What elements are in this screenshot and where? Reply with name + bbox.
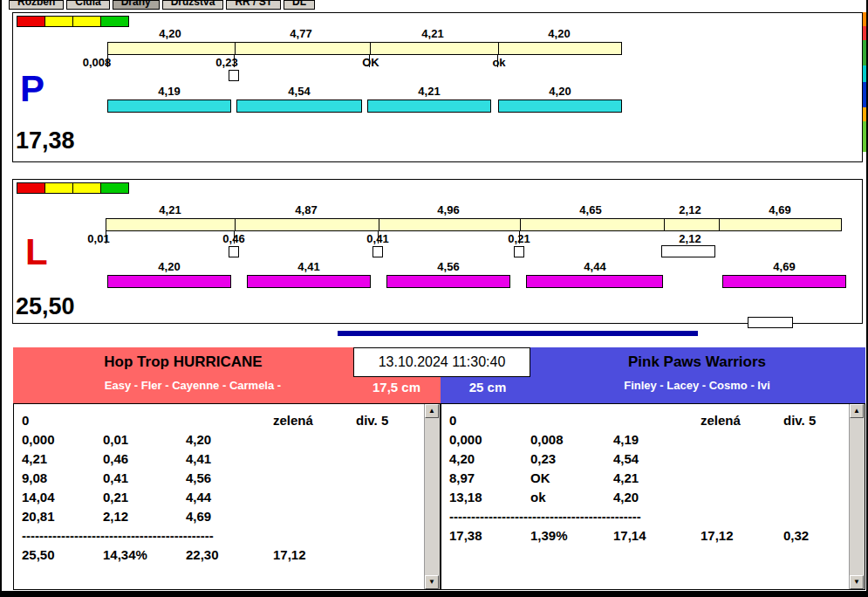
separator-line: ----------------------------------------… bbox=[22, 526, 214, 546]
light-yellow-icon bbox=[72, 182, 101, 194]
status-lights bbox=[17, 182, 128, 194]
exchange-checkbox[interactable] bbox=[229, 246, 239, 257]
tab-cidla[interactable]: Čidla bbox=[66, 0, 109, 10]
cell: 4,21 bbox=[22, 449, 47, 469]
light-yellow-icon bbox=[44, 182, 73, 194]
lane-letter: L bbox=[25, 234, 48, 271]
cell: 4,21 bbox=[613, 469, 639, 488]
exchange-checkbox[interactable] bbox=[372, 246, 383, 257]
cell: 4,56 bbox=[186, 469, 211, 488]
tab-druzstva[interactable]: Družstva bbox=[162, 0, 224, 10]
dog-time-label: 4,56 bbox=[422, 260, 475, 273]
change-value-label: 0,008 bbox=[71, 56, 123, 69]
exchange-checkbox[interactable] bbox=[514, 246, 524, 257]
separator-row: ----------------------------------------… bbox=[449, 507, 845, 526]
jump-height: 25 cm bbox=[448, 380, 528, 395]
dog-time-bar bbox=[247, 275, 371, 288]
segment-divider bbox=[719, 219, 720, 230]
segment-divider bbox=[235, 219, 236, 230]
tab-rr-st[interactable]: RR / ST bbox=[226, 0, 281, 10]
summary-row: 25,50 14,34% 22,30 17,12 bbox=[22, 546, 420, 565]
scroll-up-icon[interactable]: ▲ bbox=[425, 404, 439, 418]
change-value-label: 0,46 bbox=[208, 232, 260, 245]
light-red-icon bbox=[17, 16, 45, 27]
timeline-bar bbox=[106, 218, 842, 231]
marker-box bbox=[748, 317, 793, 328]
cell: div. 5 bbox=[356, 411, 388, 430]
separator-line: ----------------------------------------… bbox=[449, 507, 641, 526]
tab-drahy[interactable]: Dráhy bbox=[113, 0, 160, 10]
jump-height: 17,5 cm bbox=[355, 380, 438, 395]
dog-time-bar bbox=[367, 100, 491, 113]
tab-dl[interactable]: DL bbox=[284, 0, 315, 10]
tab-label: Dráhy bbox=[121, 0, 151, 8]
cell: 17,12 bbox=[273, 546, 306, 565]
results-body: 0 zelená div. 5 0,000 0,008 4,19 4,20 0,… bbox=[449, 411, 845, 546]
timeline-bar bbox=[107, 42, 622, 55]
split-time-label: 4,20 bbox=[144, 27, 196, 40]
change-value-label: 0,23 bbox=[201, 56, 253, 69]
cell: 14,34% bbox=[103, 546, 147, 565]
exchange-checkbox[interactable] bbox=[229, 70, 239, 81]
table-row: 0,000 0,01 4,20 bbox=[22, 430, 420, 449]
dog-time-bar bbox=[526, 275, 663, 288]
cell: 0,000 bbox=[22, 430, 55, 449]
tab-label: Rozběh bbox=[17, 0, 55, 8]
tab-bar: Rozběh Čidla Dráhy Družstva RR / ST DL bbox=[9, 0, 318, 10]
segment-divider bbox=[664, 219, 665, 230]
dog-time-bar bbox=[107, 100, 231, 113]
split-time-label: 4,21 bbox=[407, 27, 459, 40]
team-name: Pink Paws Warriors bbox=[531, 353, 863, 371]
segment-divider bbox=[379, 219, 379, 230]
dog-time-bar bbox=[107, 275, 231, 288]
table-row: 8,97 OK 4,21 bbox=[449, 469, 845, 488]
cell: 0,21 bbox=[103, 488, 128, 507]
cell: 0,23 bbox=[530, 449, 556, 469]
split-time-label: 2,12 bbox=[664, 203, 716, 216]
cell: 0 bbox=[449, 411, 456, 430]
cell: 17,12 bbox=[701, 526, 734, 546]
cell: 4,19 bbox=[613, 430, 639, 449]
cell: 17,38 bbox=[449, 526, 482, 546]
segment-divider bbox=[498, 43, 499, 54]
team-dogs: Easy - Fler - Cayenne - Carmela - bbox=[13, 379, 372, 392]
scrollbar[interactable]: ▲ ▼ bbox=[424, 404, 440, 589]
dog-time-label: 4,19 bbox=[143, 85, 195, 98]
table-row: 0,000 0,008 4,19 bbox=[449, 430, 845, 449]
table-row: 9,08 0,41 4,56 bbox=[22, 469, 420, 488]
cell: zelená bbox=[273, 411, 313, 430]
segment-divider bbox=[235, 43, 236, 54]
change-value-label: 2,12 bbox=[664, 232, 716, 245]
split-time-label: 4,69 bbox=[754, 203, 806, 216]
cell: 1,39% bbox=[530, 526, 568, 546]
results-table-right: 0 zelená div. 5 0,000 0,008 4,19 4,20 0,… bbox=[441, 403, 865, 590]
scroll-up-icon[interactable]: ▲ bbox=[850, 404, 864, 418]
empty-value-box bbox=[661, 245, 715, 257]
tab-label: Čidla bbox=[75, 0, 100, 8]
scroll-down-icon[interactable]: ▼ bbox=[850, 575, 864, 589]
scroll-down-icon[interactable]: ▼ bbox=[425, 575, 439, 589]
app-window: Rozběh Čidla Dráhy Družstva RR / ST DL 4… bbox=[0, 0, 868, 597]
cell: div. 5 bbox=[783, 411, 816, 430]
cell: 8,97 bbox=[449, 469, 475, 488]
cell: 9,08 bbox=[22, 469, 47, 488]
lane-total-time: 25,50 bbox=[16, 293, 75, 320]
cell: 4,20 bbox=[613, 488, 639, 507]
table-row: 4,21 0,46 4,41 bbox=[22, 449, 420, 469]
cell: zelená bbox=[701, 411, 741, 430]
cell: 4,69 bbox=[186, 507, 211, 526]
scrollbar[interactable]: ▲ ▼ bbox=[849, 404, 865, 589]
cell: 4,20 bbox=[449, 449, 475, 469]
tab-rozbeh[interactable]: Rozběh bbox=[9, 0, 64, 10]
tab-label: Družstva bbox=[171, 0, 215, 8]
lane-l-panel: 4,21 4,87 4,96 4,65 2,12 4,69 0,01 0,46 … bbox=[12, 179, 863, 324]
light-green-icon bbox=[100, 16, 129, 27]
cell: 0,32 bbox=[783, 526, 809, 546]
light-yellow-icon bbox=[44, 16, 73, 27]
results-table-left: 0 zelená div. 5 0,000 0,01 4,20 4,21 0,4… bbox=[13, 403, 441, 590]
dog-time-bar bbox=[722, 275, 846, 288]
cell: 2,12 bbox=[103, 507, 128, 526]
lane-p-panel: 4,20 4,77 4,21 4,20 0,008 0,23 OK ok 4,1… bbox=[12, 12, 863, 162]
table-row: 4,20 0,23 4,54 bbox=[449, 449, 845, 469]
cell: 4,54 bbox=[613, 449, 639, 469]
